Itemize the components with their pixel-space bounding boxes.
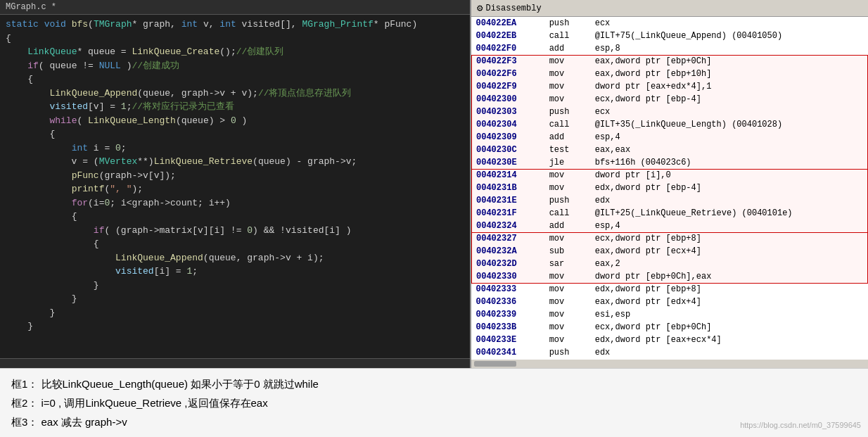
main-container: MGraph.c * static void bfs(TMGraph* grap… — [0, 0, 868, 437]
disasm-row[interactable]: 00402327movecx,dword ptr [ebp+8] — [472, 232, 868, 245]
disasm-operand: dword ptr [i],0 — [591, 169, 859, 182]
code-line: printf(", "); — [0, 182, 470, 196]
disasm-addr: 0040232A — [472, 245, 545, 258]
disasm-sep — [859, 169, 868, 182]
disasm-mnemonic: sub — [545, 245, 591, 258]
disasm-operand: ecx,dword ptr [ebp+0Ch] — [591, 321, 859, 334]
disasm-row[interactable]: 0040231Bmovedx,dword ptr [ebp-4] — [472, 182, 868, 194]
disasm-row[interactable]: 00402314movdword ptr [i],0 — [472, 169, 868, 182]
disasm-row[interactable]: 0040233Bmovecx,dword ptr [ebp+0Ch] — [472, 321, 868, 334]
disasm-mnemonic: mov — [545, 334, 591, 346]
disasm-sep — [859, 131, 868, 144]
code-line: { — [0, 210, 470, 224]
disasm-title: ⚙ Disassembly — [471, 0, 868, 17]
disasm-row[interactable]: 0040230Ctesteax,eax — [472, 144, 868, 156]
disasm-mnemonic: mov — [545, 80, 591, 93]
disasm-addr: 00402314 — [472, 169, 545, 182]
code-pane-title: MGraph.c * — [0, 0, 470, 15]
disasm-row[interactable]: 004022F0addesp,8 — [472, 42, 868, 55]
disasm-addr: 00402327 — [472, 232, 545, 245]
code-scrollbar[interactable] — [0, 358, 470, 368]
disasm-row[interactable]: 00402324addesp,4 — [472, 220, 868, 232]
disasm-row[interactable]: 00402309addesp,4 — [472, 131, 868, 144]
disasm-row[interactable]: 00402336moveax,dword ptr [edx+4] — [472, 296, 868, 308]
disasm-mnemonic: mov — [545, 296, 591, 308]
disasm-addr: 0040231E — [472, 194, 545, 207]
disasm-addr: 004022F6 — [472, 68, 545, 80]
disasm-mnemonic: call — [545, 30, 591, 42]
disasm-row[interactable]: 0040231Epushedx — [472, 194, 868, 207]
code-line: } — [0, 292, 470, 306]
disasm-operand: eax,dword ptr [ebp+10h] — [591, 68, 859, 80]
code-line: pFunc(graph->v[v]); — [0, 169, 470, 183]
disasm-sep — [859, 42, 868, 55]
disasm-addr: 00402330 — [472, 270, 545, 283]
disasm-mnemonic: mov — [545, 283, 591, 296]
disasm-sep — [859, 118, 868, 131]
disasm-operand: ecx,dword ptr [ebp+8] — [591, 232, 859, 245]
disasm-mnemonic: add — [545, 42, 591, 55]
disasm-sep — [859, 194, 868, 207]
disasm-addr: 0040231B — [472, 182, 545, 194]
disasm-addr: 00402339 — [472, 308, 545, 321]
disasm-operand: @ILT+35(_LinkQueue_Length) (00401028) — [591, 118, 859, 131]
disasm-row[interactable]: 00402300movecx,dword ptr [ebp-4] — [472, 93, 868, 106]
code-content[interactable]: static void bfs(TMGraph* graph, int v, i… — [0, 15, 470, 358]
disasm-addr: 00402333 — [472, 283, 545, 296]
disasm-row[interactable]: 004022EBcall@ILT+75(_LinkQueue_Append) (… — [472, 30, 868, 42]
disasm-row[interactable]: 0040231Fcall@ILT+25(_LinkQueue_Retrieve)… — [472, 207, 868, 220]
disasm-scrollbar[interactable] — [471, 360, 868, 368]
disasm-row[interactable]: 00402330movdword ptr [ebp+0Ch],eax — [472, 270, 868, 283]
disasm-row[interactable]: 0040232Asubeax,dword ptr [ecx+4] — [472, 245, 868, 258]
disasm-sep — [859, 308, 868, 321]
bottom-text-area: 框1： 比较LinkQueue_Length(queue) 如果小于等于0 就跳… — [0, 368, 868, 437]
code-line: { — [0, 237, 470, 251]
disasm-operand: @ILT+75(_LinkQueue_Append) (00401050) — [591, 30, 859, 42]
disasm-operand: esi,esp — [591, 308, 859, 321]
disasm-row[interactable]: 0040230Ejlebfs+116h (004023c6) — [472, 156, 868, 169]
disasm-sep — [859, 156, 868, 169]
scroll-thumb[interactable] — [474, 361, 516, 367]
disasm-addr: 00402324 — [472, 220, 545, 232]
disasm-row[interactable]: 00402339movesi,esp — [472, 308, 868, 321]
disasm-mnemonic: mov — [545, 321, 591, 334]
disasm-sep — [859, 232, 868, 245]
disasm-mnemonic: push — [545, 194, 591, 207]
watermark: https://blog.csdn.net/m0_37599645 — [740, 419, 861, 433]
editor-area: MGraph.c * static void bfs(TMGraph* grap… — [0, 0, 868, 368]
disasm-row[interactable]: 004022F9movdword ptr [eax+edx*4],1 — [472, 80, 868, 93]
disasm-sep — [859, 346, 868, 359]
disasm-mnemonic: mov — [545, 182, 591, 194]
disasm-row[interactable]: 0040233Emovedx,dword ptr [eax+ecx*4] — [472, 334, 868, 346]
disasm-operand: esp,4 — [591, 131, 859, 144]
disasm-row[interactable]: 004022EApushecx — [472, 17, 868, 30]
disasm-mnemonic: mov — [545, 232, 591, 245]
disasm-row[interactable]: 0040232Dsareax,2 — [472, 258, 868, 270]
disasm-mnemonic: call — [545, 118, 591, 131]
disasm-operand: ecx,dword ptr [ebp-4] — [591, 93, 859, 106]
disasm-row[interactable]: 004022F6moveax,dword ptr [ebp+10h] — [472, 68, 868, 80]
disasm-sep — [859, 245, 868, 258]
disasm-operand: edx,dword ptr [eax+ecx*4] — [591, 334, 859, 346]
disasm-row[interactable]: 004022F3moveax,dword ptr [ebp+0Ch] — [472, 55, 868, 68]
disasm-sep — [859, 220, 868, 232]
disasm-mnemonic: push — [545, 106, 591, 118]
disasm-addr: 00402336 — [472, 296, 545, 308]
disasm-operand: eax,dword ptr [edx+4] — [591, 296, 859, 308]
disasm-content[interactable]: 004022EApushecx004022EBcall@ILT+75(_Link… — [471, 17, 868, 360]
disasm-row[interactable]: 00402303pushecx — [472, 106, 868, 118]
disasm-operand: @ILT+25(_LinkQueue_Retrieve) (0040101e) — [591, 207, 859, 220]
disasm-row[interactable]: 00402333movedx,dword ptr [ebp+8] — [472, 283, 868, 296]
disasm-operand: edx — [591, 194, 859, 207]
disasm-addr: 00402309 — [472, 131, 545, 144]
disasm-operand: ecx — [591, 17, 859, 30]
disasm-row[interactable]: 00402341pushedx — [472, 346, 868, 359]
code-line: while( LinkQueue_Length(queue) > 0 ) — [0, 114, 470, 128]
disasm-row[interactable]: 00402304call@ILT+35(_LinkQueue_Length) (… — [472, 118, 868, 131]
disasm-sep — [859, 144, 868, 156]
disasm-addr: 0040232D — [472, 258, 545, 270]
disasm-table: 004022EApushecx004022EBcall@ILT+75(_Link… — [471, 17, 868, 359]
disasm-mnemonic: mov — [545, 169, 591, 182]
disasm-sep — [859, 283, 868, 296]
disasm-mnemonic: sar — [545, 258, 591, 270]
